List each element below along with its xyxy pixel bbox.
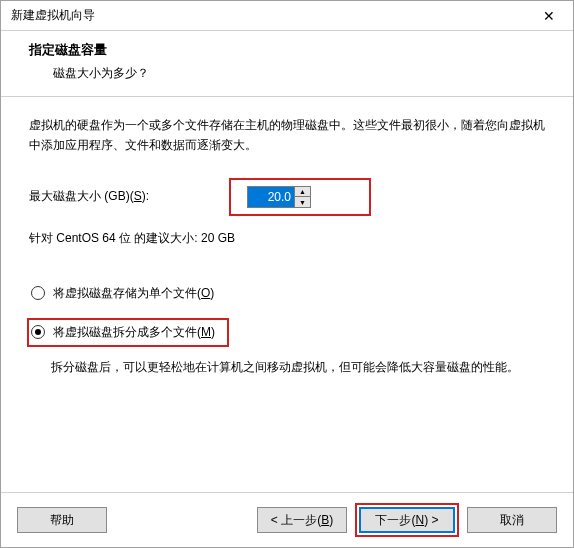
- disk-size-row: 最大磁盘大小 (GB)(S): ▲ ▼: [29, 178, 545, 216]
- description-text: 虚拟机的硬盘作为一个或多个文件存储在主机的物理磁盘中。这些文件最初很小，随着您向…: [29, 115, 545, 156]
- spinner-buttons: ▲ ▼: [294, 187, 310, 207]
- disk-storage-radio-group: 将虚拟磁盘存储为单个文件(O) 将虚拟磁盘拆分成多个文件(M) 拆分磁盘后，可以…: [29, 283, 545, 377]
- window-title: 新建虚拟机向导: [11, 7, 95, 24]
- disk-size-label: 最大磁盘大小 (GB)(S):: [29, 188, 229, 205]
- close-button[interactable]: ✕: [529, 4, 569, 28]
- back-button[interactable]: < 上一步(B): [257, 507, 347, 533]
- radio-icon: [31, 286, 45, 300]
- next-button[interactable]: 下一步(N) >: [359, 507, 455, 533]
- spinner-up-icon[interactable]: ▲: [295, 187, 310, 198]
- header-title: 指定磁盘容量: [29, 41, 545, 59]
- spinner-down-icon[interactable]: ▼: [295, 197, 310, 207]
- recommended-size-text: 针对 CentOS 64 位 的建议大小: 20 GB: [29, 230, 545, 247]
- radio-icon: [31, 325, 45, 339]
- wizard-content: 虚拟机的硬盘作为一个或多个文件存储在主机的物理磁盘中。这些文件最初很小，随着您向…: [1, 97, 573, 492]
- cancel-button[interactable]: 取消: [467, 507, 557, 533]
- next-button-highlight: 下一步(N) >: [355, 503, 459, 537]
- radio-single-file-label: 将虚拟磁盘存储为单个文件(O): [53, 285, 214, 302]
- wizard-header: 指定磁盘容量 磁盘大小为多少？: [1, 31, 573, 97]
- footer-right-group: < 上一步(B) 下一步(N) > 取消: [257, 503, 557, 537]
- radio-split-files-desc: 拆分磁盘后，可以更轻松地在计算机之间移动虚拟机，但可能会降低大容量磁盘的性能。: [29, 357, 545, 377]
- disk-size-input[interactable]: [248, 187, 294, 207]
- wizard-footer: 帮助 < 上一步(B) 下一步(N) > 取消: [1, 492, 573, 547]
- close-icon: ✕: [543, 8, 555, 24]
- radio-split-files-label: 将虚拟磁盘拆分成多个文件(M): [53, 324, 215, 341]
- header-subtitle: 磁盘大小为多少？: [29, 65, 545, 82]
- titlebar: 新建虚拟机向导 ✕: [1, 1, 573, 31]
- radio-single-file[interactable]: 将虚拟磁盘存储为单个文件(O): [29, 283, 545, 304]
- disk-size-spinner[interactable]: ▲ ▼: [247, 186, 311, 208]
- wizard-window: 新建虚拟机向导 ✕ 指定磁盘容量 磁盘大小为多少？ 虚拟机的硬盘作为一个或多个文…: [0, 0, 574, 548]
- help-button[interactable]: 帮助: [17, 507, 107, 533]
- disk-size-highlight: ▲ ▼: [229, 178, 371, 216]
- radio-split-files[interactable]: 将虚拟磁盘拆分成多个文件(M): [27, 318, 229, 347]
